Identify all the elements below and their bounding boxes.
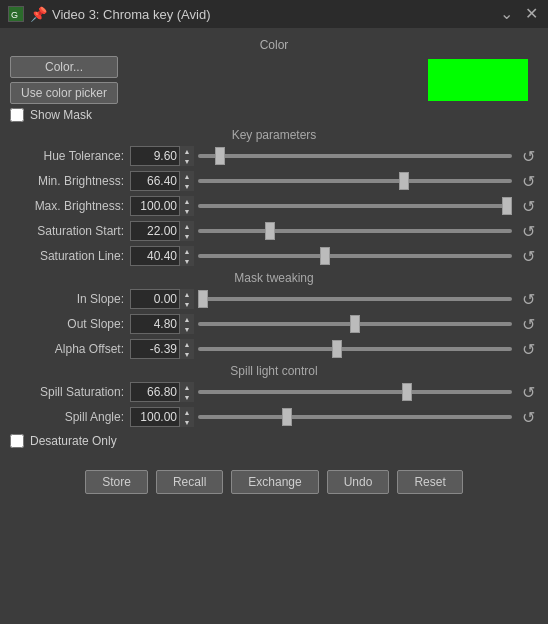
key-param-label-2: Max. Brightness: xyxy=(10,199,130,213)
mask-tweak-spin-down-0[interactable]: ▼ xyxy=(180,299,194,309)
mask-tweak-spinners-0: ▲▼ xyxy=(179,289,194,309)
mask-tweak-spinners-1: ▲▼ xyxy=(179,314,194,334)
key-param-spinners-0: ▲▼ xyxy=(179,146,194,166)
key-param-slider-2[interactable] xyxy=(198,204,512,208)
mask-tweak-slider-1[interactable] xyxy=(198,322,512,326)
key-param-spinners-2: ▲▼ xyxy=(179,196,194,216)
mask-tweak-input-2[interactable] xyxy=(131,342,179,356)
spill-spinners-1: ▲▼ xyxy=(179,407,194,427)
key-param-slider-3[interactable] xyxy=(198,229,512,233)
mask-tweak-reset-1[interactable]: ↺ xyxy=(518,315,538,334)
key-param-reset-0[interactable]: ↺ xyxy=(518,147,538,166)
mask-tweak-label-1: Out Slope: xyxy=(10,317,130,331)
key-param-input-wrap-0: ▲▼ xyxy=(130,146,192,166)
mask-tweak-spin-down-2[interactable]: ▼ xyxy=(180,349,194,359)
mask-tweak-slider-wrap-2 xyxy=(198,339,512,359)
spill-spin-down-1[interactable]: ▼ xyxy=(180,417,194,427)
key-param-spin-down-3[interactable]: ▼ xyxy=(180,231,194,241)
spill-input-wrap-1: ▲▼ xyxy=(130,407,192,427)
store-button[interactable]: Store xyxy=(85,470,148,494)
mask-tweak-reset-2[interactable]: ↺ xyxy=(518,340,538,359)
spill-spin-up-1[interactable]: ▲ xyxy=(180,407,194,417)
close-button[interactable]: ✕ xyxy=(523,6,540,22)
spill-spin-up-0[interactable]: ▲ xyxy=(180,382,194,392)
key-param-input-1[interactable] xyxy=(131,174,179,188)
key-param-spin-down-4[interactable]: ▼ xyxy=(180,256,194,266)
reset-button[interactable]: Reset xyxy=(397,470,462,494)
key-param-spin-up-1[interactable]: ▲ xyxy=(180,171,194,181)
color-buttons: Color... Use color picker xyxy=(10,56,118,104)
key-param-reset-3[interactable]: ↺ xyxy=(518,222,538,241)
key-param-spin-down-1[interactable]: ▼ xyxy=(180,181,194,191)
mask-tweak-spin-up-2[interactable]: ▲ xyxy=(180,339,194,349)
collapse-button[interactable]: ⌄ xyxy=(498,6,515,22)
key-param-reset-1[interactable]: ↺ xyxy=(518,172,538,191)
title-bar: G 📌 Video 3: Chroma key (Avid) ⌄ ✕ xyxy=(0,0,548,28)
use-color-picker-button[interactable]: Use color picker xyxy=(10,82,118,104)
spill-reset-0[interactable]: ↺ xyxy=(518,383,538,402)
key-param-label-1: Min. Brightness: xyxy=(10,174,130,188)
color-row: Color... Use color picker xyxy=(10,56,538,104)
mask-tweak-slider-0[interactable] xyxy=(198,297,512,301)
window-title: Video 3: Chroma key (Avid) xyxy=(52,7,210,22)
app-icon: G xyxy=(8,6,24,22)
mask-tweak-spin-up-1[interactable]: ▲ xyxy=(180,314,194,324)
spill-input-0[interactable] xyxy=(131,385,179,399)
key-param-slider-4[interactable] xyxy=(198,254,512,258)
mask-tweak-row-1: Out Slope:▲▼↺ xyxy=(10,313,538,335)
svg-text:G: G xyxy=(11,10,18,20)
mask-tweak-spin-up-0[interactable]: ▲ xyxy=(180,289,194,299)
key-param-row-2: Max. Brightness:▲▼↺ xyxy=(10,195,538,217)
mask-tweak-reset-0[interactable]: ↺ xyxy=(518,290,538,309)
key-param-input-0[interactable] xyxy=(131,149,179,163)
undo-button[interactable]: Undo xyxy=(327,470,390,494)
mask-tweak-label-0: In Slope: xyxy=(10,292,130,306)
mask-tweak-input-1[interactable] xyxy=(131,317,179,331)
key-param-spin-up-4[interactable]: ▲ xyxy=(180,246,194,256)
key-param-spin-down-0[interactable]: ▼ xyxy=(180,156,194,166)
spill-slider-1[interactable] xyxy=(198,415,512,419)
spill-slider-wrap-1 xyxy=(198,407,512,427)
spill-slider-0[interactable] xyxy=(198,390,512,394)
key-param-input-4[interactable] xyxy=(131,249,179,263)
footer: Store Recall Exchange Undo Reset xyxy=(0,460,548,500)
key-param-spinners-1: ▲▼ xyxy=(179,171,194,191)
key-param-reset-4[interactable]: ↺ xyxy=(518,247,538,266)
mask-tweaking-label: Mask tweaking xyxy=(10,271,538,285)
show-mask-checkbox[interactable] xyxy=(10,108,24,122)
spill-row-1: Spill Angle:▲▼↺ xyxy=(10,406,538,428)
key-param-label-3: Saturation Start: xyxy=(10,224,130,238)
key-param-spin-down-2[interactable]: ▼ xyxy=(180,206,194,216)
key-param-row-4: Saturation Line:▲▼↺ xyxy=(10,245,538,267)
key-param-row-0: Hue Tolerance:▲▼↺ xyxy=(10,145,538,167)
recall-button[interactable]: Recall xyxy=(156,470,223,494)
key-param-input-wrap-3: ▲▼ xyxy=(130,221,192,241)
key-param-spin-up-3[interactable]: ▲ xyxy=(180,221,194,231)
key-param-slider-wrap-3 xyxy=(198,221,512,241)
mask-tweak-slider-2[interactable] xyxy=(198,347,512,351)
color-button[interactable]: Color... xyxy=(10,56,118,78)
mask-tweak-slider-wrap-0 xyxy=(198,289,512,309)
key-param-spin-up-2[interactable]: ▲ xyxy=(180,196,194,206)
spill-control-rows: Spill Saturation:▲▼↺Spill Angle:▲▼↺ xyxy=(10,381,538,428)
spill-spin-down-0[interactable]: ▼ xyxy=(180,392,194,402)
key-param-input-2[interactable] xyxy=(131,199,179,213)
key-param-input-3[interactable] xyxy=(131,224,179,238)
desaturate-only-checkbox[interactable] xyxy=(10,434,24,448)
key-param-slider-0[interactable] xyxy=(198,154,512,158)
key-param-slider-1[interactable] xyxy=(198,179,512,183)
spill-control-label: Spill light control xyxy=(10,364,538,378)
pin-icon: 📌 xyxy=(30,6,46,22)
key-param-spin-up-0[interactable]: ▲ xyxy=(180,146,194,156)
key-param-reset-2[interactable]: ↺ xyxy=(518,197,538,216)
exchange-button[interactable]: Exchange xyxy=(231,470,318,494)
spill-input-1[interactable] xyxy=(131,410,179,424)
mask-tweak-input-wrap-0: ▲▼ xyxy=(130,289,192,309)
key-params-label: Key parameters xyxy=(10,128,538,142)
desaturate-only-row: Desaturate Only xyxy=(10,434,538,448)
mask-tweak-spin-down-1[interactable]: ▼ xyxy=(180,324,194,334)
mask-tweak-input-0[interactable] xyxy=(131,292,179,306)
spill-reset-1[interactable]: ↺ xyxy=(518,408,538,427)
key-param-input-wrap-1: ▲▼ xyxy=(130,171,192,191)
show-mask-label: Show Mask xyxy=(30,108,92,122)
